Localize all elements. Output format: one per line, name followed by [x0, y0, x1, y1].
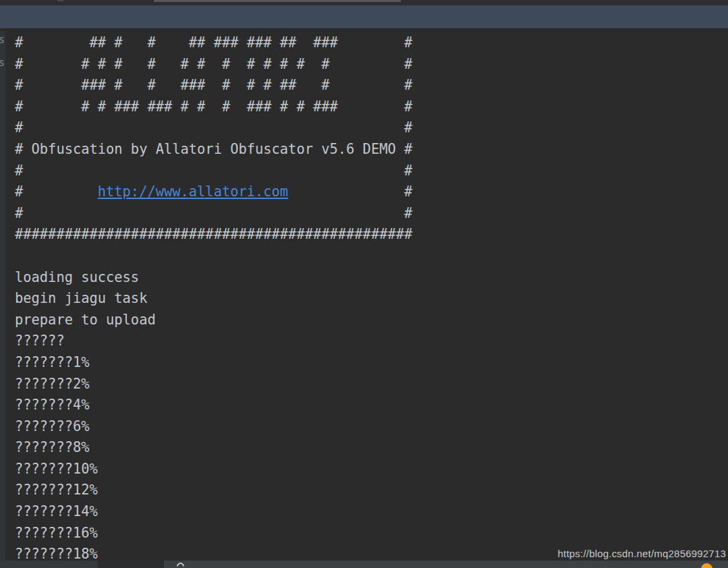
toolwindow-header-bar — [0, 5, 728, 30]
console-line: # # — [15, 117, 728, 139]
top-strip-highlight — [154, 0, 401, 2]
console-line: ???????14% — [15, 501, 728, 523]
console-line: ########################################… — [15, 224, 728, 246]
console-line: # Obfuscation by Allatori Obfuscator v5.… — [15, 139, 728, 161]
gutter-clipped-char: s — [0, 57, 5, 69]
allatori-link[interactable]: http://www.allatori.com — [98, 183, 288, 200]
console-line: begin jiagu task — [15, 288, 728, 310]
console-line: ???????6% — [15, 416, 728, 438]
status-bar-segment-dark — [98, 561, 164, 568]
console-line: prepare to upload — [15, 310, 728, 331]
console-line: # # — [15, 161, 728, 182]
status-bar-segment — [0, 561, 98, 568]
console-panel: # ## # # ## ### ### ## ### ## # # # # # … — [0, 31, 728, 568]
console-line: ???????12% — [15, 480, 728, 501]
console-line: # # # # # # # # # # # # # # — [15, 54, 728, 76]
csdn-watermark: https://blog.csdn.net/mq2856992713 — [558, 548, 726, 559]
console-line: # # — [15, 203, 728, 225]
console-line: ???????2% — [15, 374, 728, 395]
window-top-strip — [0, 0, 728, 5]
console-line: # ### # # ### # # # ## # # — [15, 75, 728, 96]
console-line: ???????16% — [15, 523, 728, 544]
console-gutter: s s — [0, 31, 5, 568]
console-line-text: # — [15, 183, 98, 200]
console-line: loading success — [15, 267, 728, 289]
console-line: ???????10% — [15, 459, 728, 480]
console-output: # ## # # ## ### ### ## ### ## # # # # # … — [0, 31, 728, 565]
console-line-text: # — [288, 183, 412, 200]
console-line: ???????1% — [15, 352, 728, 374]
console-line: # http://www.allatori.com # — [15, 181, 728, 203]
status-bar — [0, 561, 728, 568]
console-line: # # # ### ### # # # ### # # ### # — [15, 96, 728, 118]
status-bar-segment-light — [164, 561, 728, 568]
gutter-clipped-char: s — [0, 34, 5, 46]
console-line: ???????8% — [15, 437, 728, 459]
console-line: # ## # # ## ### ### ## ### # — [15, 32, 728, 54]
console-line — [15, 246, 728, 267]
console-line: ?????? — [15, 331, 728, 352]
top-strip-notch — [57, 0, 63, 1]
console-line: ???????4% — [15, 395, 728, 416]
